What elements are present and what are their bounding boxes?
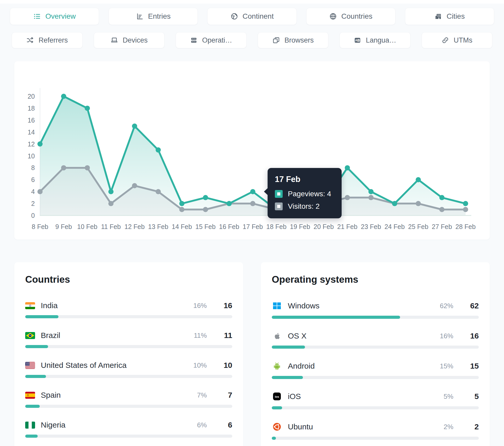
earth-icon [230, 12, 238, 20]
tooltip-visitors-label: Visitors: 2 [288, 202, 320, 211]
browser-icon [272, 36, 280, 44]
svg-text:9 Feb: 9 Feb [55, 223, 72, 230]
svg-text:11 Feb: 11 Feb [101, 223, 121, 230]
row-percent: 11% [189, 332, 207, 340]
svg-text:A: A [355, 39, 357, 42]
svg-text:Z: Z [358, 39, 360, 42]
progress-fill [272, 316, 400, 319]
link-icon [441, 36, 449, 44]
windows-icon [272, 301, 282, 310]
chart-card: 024681012141618208 Feb9 Feb10 Feb11 Feb1… [14, 61, 490, 240]
svg-text:10: 10 [28, 152, 35, 160]
svg-text:20 Feb: 20 Feb [314, 223, 334, 230]
tab-utms[interactable]: UTMs [422, 32, 493, 48]
ubuntu-icon [272, 422, 282, 431]
countries-panel-title: Countries [25, 274, 232, 285]
tab-label: Cities [447, 12, 465, 21]
progress-fill [272, 437, 276, 440]
row-ios[interactable]: ios iOS 5% 5 [272, 392, 479, 409]
tab-label: Continent [243, 12, 274, 21]
tab-cities[interactable]: Cities [405, 8, 494, 25]
row-count: 5 [465, 392, 479, 401]
row-ubuntu[interactable]: Ubuntu 2% 2 [272, 422, 479, 440]
tooltip-pageviews-label: Pageviews: 4 [288, 190, 331, 198]
row-percent: 6% [189, 421, 207, 429]
flag-nigeria [25, 422, 35, 429]
row-label: Windows [288, 301, 320, 310]
tab-referrers[interactable]: Referrers [12, 32, 83, 48]
row-india[interactable]: India 16% 16 [25, 301, 232, 318]
tab-overview[interactable]: Overview [10, 8, 99, 25]
tab-operati[interactable]: Operati… [176, 32, 247, 48]
svg-text:27 Feb: 27 Feb [432, 223, 452, 230]
os-list: Windows 62% 62 OS X 16% 16 Android 15% 1… [272, 301, 479, 440]
svg-text:2: 2 [31, 200, 35, 207]
row-nigeria[interactable]: Nigeria 6% 6 [25, 421, 232, 438]
row-count: 6 [218, 421, 232, 429]
traffic-chart[interactable]: 024681012141618208 Feb9 Feb10 Feb11 Feb1… [14, 61, 490, 240]
flag-usa [25, 362, 35, 369]
row-percent: 15% [435, 362, 453, 370]
tab-label: Referrers [38, 36, 68, 44]
ios-icon: ios [272, 392, 282, 401]
progress-track [272, 316, 479, 319]
row-percent: 16% [189, 302, 207, 310]
svg-text:23 Feb: 23 Feb [361, 223, 381, 230]
row-brazil[interactable]: Brazil 11% 11 [25, 331, 232, 348]
row-percent: 10% [189, 361, 207, 369]
tab-langua[interactable]: AZ Langua… [340, 32, 410, 48]
row-android[interactable]: Android 15% 15 [272, 361, 479, 379]
os-panel: Operating systems Windows 62% 62 OS X 16… [261, 262, 490, 446]
row-percent: 2% [435, 423, 453, 431]
svg-text:12 Feb: 12 Feb [124, 223, 145, 230]
tab-entries[interactable]: Entries [109, 8, 198, 25]
row-count: 15 [465, 362, 479, 370]
svg-text:0: 0 [31, 212, 35, 219]
row-windows[interactable]: Windows 62% 62 [272, 301, 479, 319]
row-label: India [41, 301, 58, 310]
row-percent: 7% [189, 391, 207, 399]
row-label: OS X [288, 332, 307, 340]
stats-panels: Countries India 16% 16 Brazil 11% 11 Uni… [14, 262, 490, 446]
row-label: Nigeria [41, 421, 65, 429]
row-label: iOS [288, 392, 301, 401]
globe-icon [329, 12, 337, 20]
apple-icon [272, 332, 282, 340]
svg-text:17 Feb: 17 Feb [243, 223, 263, 230]
progress-fill [25, 315, 58, 318]
svg-text:6: 6 [31, 176, 35, 183]
tab-continent[interactable]: Continent [207, 8, 296, 25]
progress-track [272, 346, 479, 349]
chart-tooltip: 17 Feb Pageviews: 4 Visitors: 2 [268, 168, 342, 218]
row-united-states-of-america[interactable]: United States of America 10% 10 [25, 361, 232, 378]
progress-track [272, 406, 479, 409]
row-percent: 16% [435, 332, 453, 340]
progress-track [25, 315, 232, 318]
countries-list: India 16% 16 Brazil 11% 11 United States… [25, 301, 232, 438]
progress-fill [272, 376, 303, 379]
row-spain[interactable]: Spain 7% 7 [25, 391, 232, 408]
tooltip-pageviews-row: Pageviews: 4 [275, 190, 334, 198]
progress-track [25, 345, 232, 348]
svg-text:20: 20 [28, 93, 35, 100]
row-label: Ubuntu [288, 422, 313, 431]
tab-label: Langua… [366, 36, 396, 44]
svg-text:25 Feb: 25 Feb [408, 223, 428, 230]
tab-countries[interactable]: Countries [306, 8, 395, 25]
svg-text:13 Feb: 13 Feb [148, 223, 168, 230]
tab-devices[interactable]: Devices [94, 32, 165, 48]
tab-label: Devices [123, 36, 148, 44]
row-count: 16 [465, 332, 479, 340]
progress-fill [272, 346, 305, 349]
bar-chart-icon [136, 12, 144, 20]
svg-text:21 Feb: 21 Feb [337, 223, 357, 230]
tab-browsers[interactable]: Browsers [258, 32, 329, 48]
progress-track [272, 437, 479, 440]
tab-label: Operati… [202, 36, 232, 44]
progress-fill [25, 405, 40, 408]
tab-label: Entries [148, 12, 171, 21]
row-os-x[interactable]: OS X 16% 16 [272, 332, 479, 349]
primary-tabs: Overview Entries Continent Countries Cit… [0, 8, 504, 25]
shuffle-icon [26, 36, 34, 44]
row-label: Brazil [41, 331, 60, 340]
